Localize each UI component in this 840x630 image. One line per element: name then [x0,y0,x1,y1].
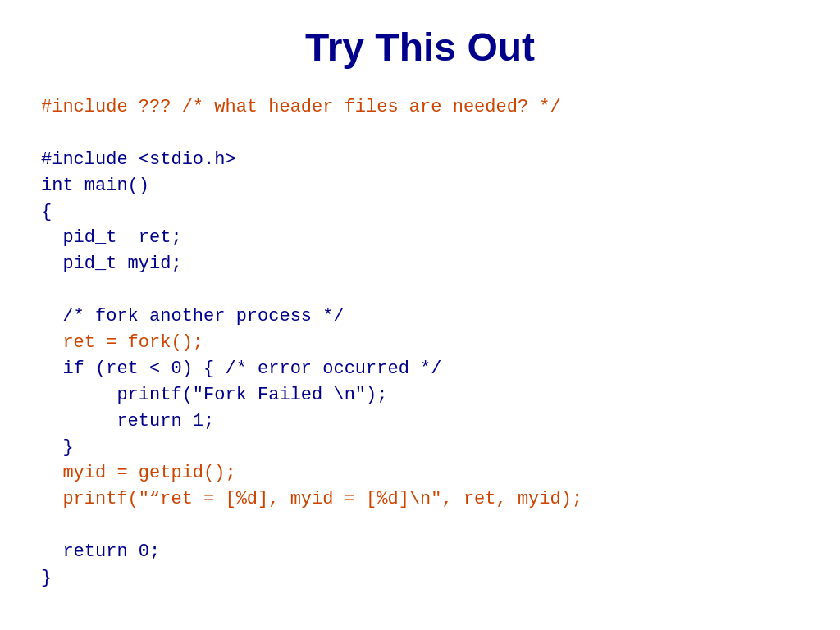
code-line-11: if (ret < 0) { /* error occurred */ [41,356,799,382]
code-line-3: #include <stdio.h> [41,147,799,173]
code-line-12: printf("Fork Failed \n"); [41,382,799,409]
code-line-15: myid = getpid(); [41,460,799,486]
code-line-19: } [41,565,799,591]
code-line-13: return 1; [41,409,799,435]
page-container: Try This Out #include ??? /* what header… [0,0,840,630]
code-line-4: int main() [41,173,799,199]
code-line-blank-3 [41,513,799,539]
code-line-1: #include ??? /* what header files are ne… [41,94,799,121]
page-title: Try This Out [41,25,799,70]
code-line-6: pid_t ret; [41,225,799,251]
code-block: #include ??? /* what header files are ne… [41,94,799,591]
code-line-blank-2 [41,277,799,304]
code-line-18: return 0; [41,539,799,565]
code-line-14: } [41,435,799,461]
code-line-5: { [41,199,799,226]
code-line-blank-1 [41,121,799,147]
code-line-7: pid_t myid; [41,251,799,277]
code-line-10: ret = fork(); [41,330,799,356]
code-line-16: printf("“ret = [%d], myid = [%d]\n", ret… [41,486,799,513]
code-line-9: /* fork another process */ [41,304,799,330]
